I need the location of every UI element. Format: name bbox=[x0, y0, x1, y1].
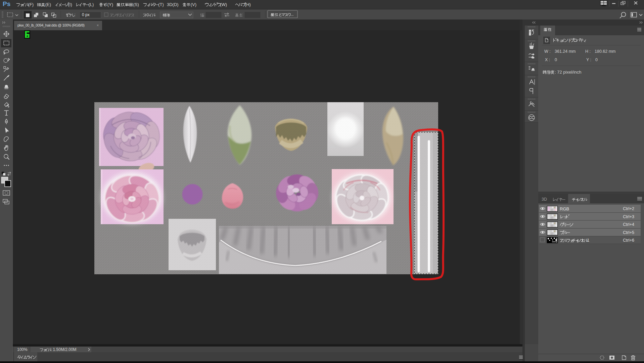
svg-text:180.62 mm: 180.62 mm bbox=[595, 49, 616, 54]
svg-text:Ctrl+2: Ctrl+2 bbox=[623, 206, 634, 211]
svg-text:RGB: RGB bbox=[560, 206, 569, 211]
svg-text:3D: 3D bbox=[542, 197, 547, 202]
svg-text:(S): (S) bbox=[133, 2, 139, 7]
svg-text:...: ... bbox=[290, 12, 293, 17]
svg-text:100%: 100% bbox=[17, 347, 28, 352]
svg-text:0 px: 0 px bbox=[82, 12, 90, 17]
svg-text:: 1.50M/2.00M: : 1.50M/2.00M bbox=[51, 347, 77, 352]
svg-text:ト: ト bbox=[567, 38, 572, 43]
svg-text::: : bbox=[204, 12, 205, 17]
svg-text:(I): (I) bbox=[68, 2, 72, 7]
svg-text:(H): (H) bbox=[245, 2, 251, 7]
svg-text:Ctrl+3: Ctrl+3 bbox=[623, 214, 634, 219]
svg-text:Y :: Y : bbox=[586, 57, 591, 62]
svg-text:(L): (L) bbox=[89, 2, 94, 7]
svg-text:0: 0 bbox=[595, 57, 598, 62]
svg-text:Ctrl+5: Ctrl+5 bbox=[623, 230, 634, 235]
svg-text:×: × bbox=[97, 23, 99, 27]
svg-text:0: 0 bbox=[555, 57, 557, 62]
svg-text:(F): (F) bbox=[28, 2, 34, 7]
svg-text:(T): (T) bbox=[158, 2, 164, 7]
svg-text:3D(D): 3D(D) bbox=[167, 2, 179, 7]
svg-text:1: 1 bbox=[587, 238, 589, 243]
svg-text:Ctrl+4: Ctrl+4 bbox=[623, 222, 634, 227]
svg-text::: : bbox=[242, 12, 243, 17]
svg-text:pkw_00_lb_0094_hair.dds @ 100%: pkw_00_lb_0094_hair.dds @ 100% (RGB/8) bbox=[17, 23, 85, 27]
svg-text:Ps: Ps bbox=[3, 0, 10, 7]
svg-text:Ctrl+6: Ctrl+6 bbox=[623, 238, 634, 243]
svg-text:H :: H : bbox=[585, 49, 591, 54]
svg-text:(W): (W) bbox=[220, 2, 227, 7]
svg-text:X :: X : bbox=[545, 57, 550, 62]
svg-text:(E): (E) bbox=[45, 2, 51, 7]
svg-text::: : bbox=[75, 12, 76, 17]
svg-text:(Y): (Y) bbox=[107, 2, 113, 7]
svg-text:: 72 pixel/inch: : 72 pixel/inch bbox=[555, 70, 582, 75]
svg-text:(V): (V) bbox=[191, 2, 196, 7]
svg-text:W :: W : bbox=[544, 49, 551, 54]
svg-text:361.24 mm: 361.24 mm bbox=[555, 49, 576, 54]
svg-text::: : bbox=[155, 12, 156, 17]
